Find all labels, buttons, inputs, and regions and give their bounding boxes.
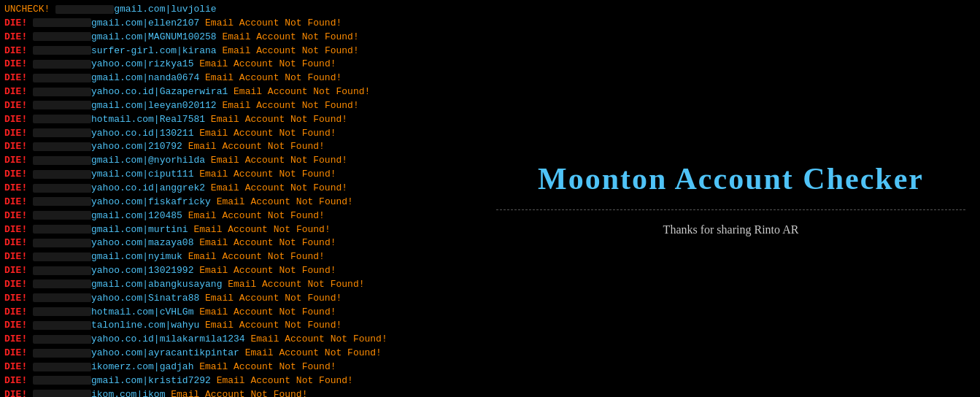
log-line: DIE! gmail.com|nanda0674 Email Account N… bbox=[4, 72, 477, 85]
log-panel: UNCHECK! gmail.com|luvjolie DIE! gmail.c… bbox=[0, 0, 482, 397]
log-line: DIE! gmail.com|@nyorhilda Email Account … bbox=[4, 154, 477, 168]
log-line: DIE! yahoo.co.id|milakarmila1234 Email A… bbox=[4, 333, 477, 347]
log-line: DIE! ikomerz.com|gadjah Email Account No… bbox=[4, 361, 477, 374]
log-line: DIE! surfer-girl.com|kirana Email Accoun… bbox=[4, 45, 477, 58]
log-line: DIE! hotmail.com|Real7581 Email Account … bbox=[4, 113, 477, 127]
log-line: DIE! hotmail.com|cVHLGm Email Account No… bbox=[4, 306, 477, 320]
log-line: DIE! gmail.com|MAGNUM100258 Email Accoun… bbox=[4, 31, 477, 45]
divider bbox=[496, 209, 965, 210]
log-line: DIE! yahoo.co.id|130211 Email Account No… bbox=[4, 127, 477, 141]
log-line: DIE! gmail.com|murtini Email Account Not… bbox=[4, 223, 477, 237]
right-panel: Moonton Account Checker Thanks for shari… bbox=[482, 0, 980, 397]
log-line: DIE! yahoo.com|fiskafricky Email Account… bbox=[4, 196, 477, 209]
log-line: DIE! yahoo.com|rizkya15 Email Account No… bbox=[4, 58, 477, 72]
log-line: DIE! yahoo.com|ayracantikpintar Email Ac… bbox=[4, 347, 477, 361]
log-line: DIE! yahoo.com|Sinatra88 Email Account N… bbox=[4, 292, 477, 306]
log-line: UNCHECK! gmail.com|luvjolie bbox=[4, 3, 477, 17]
log-line: DIE! talonline.com|wahyu Email Account N… bbox=[4, 319, 477, 333]
app-title: Moonton Account Checker bbox=[538, 161, 924, 196]
log-line: DIE! gmail.com|abangkusayang Email Accou… bbox=[4, 278, 477, 292]
log-line: DIE! gmail.com|ellen2107 Email Account N… bbox=[4, 17, 477, 31]
log-line: DIE! yahoo.com|13021992 Email Account No… bbox=[4, 264, 477, 278]
log-line: DIE! gmail.com|nyimuk Email Account Not … bbox=[4, 250, 477, 264]
log-line: DIE! gmail.com|leeyan020112 Email Accoun… bbox=[4, 99, 477, 113]
log-line: DIE! ymail.com|ciput111 Email Account No… bbox=[4, 168, 477, 182]
log-line: DIE! yahoo.co.id|Gazaperwira1 Email Acco… bbox=[4, 85, 477, 99]
thanks-text: Thanks for sharing Rinto AR bbox=[663, 223, 799, 236]
log-line: DIE! yahoo.co.id|anggrek2 Email Account … bbox=[4, 182, 477, 196]
log-line: DIE! yahoo.com|mazaya08 Email Account No… bbox=[4, 236, 477, 250]
log-line: DIE! gmail.com|kristid7292 Email Account… bbox=[4, 374, 477, 388]
log-line: DIE! gmail.com|120485 Email Account Not … bbox=[4, 209, 477, 223]
log-line: DIE! ikom.com|ikom Email Account Not Fou… bbox=[4, 388, 477, 397]
log-line: DIE! yahoo.com|210792 Email Account Not … bbox=[4, 140, 477, 154]
